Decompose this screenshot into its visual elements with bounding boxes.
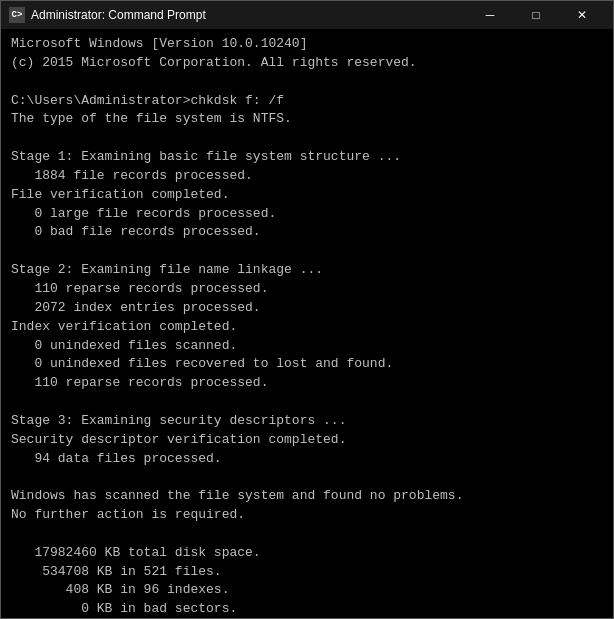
title-bar: C> Administrator: Command Prompt ─ □ ✕ xyxy=(1,1,613,29)
window-icon: C> xyxy=(9,7,25,23)
restore-button[interactable]: □ xyxy=(513,1,559,29)
minimize-button[interactable]: ─ xyxy=(467,1,513,29)
window-controls: ─ □ ✕ xyxy=(467,1,605,29)
close-button[interactable]: ✕ xyxy=(559,1,605,29)
console-output: Microsoft Windows [Version 10.0.10240] (… xyxy=(1,29,613,618)
command-prompt-window: C> Administrator: Command Prompt ─ □ ✕ M… xyxy=(0,0,614,619)
cmd-icon: C> xyxy=(12,10,23,20)
window-title: Administrator: Command Prompt xyxy=(31,8,467,22)
